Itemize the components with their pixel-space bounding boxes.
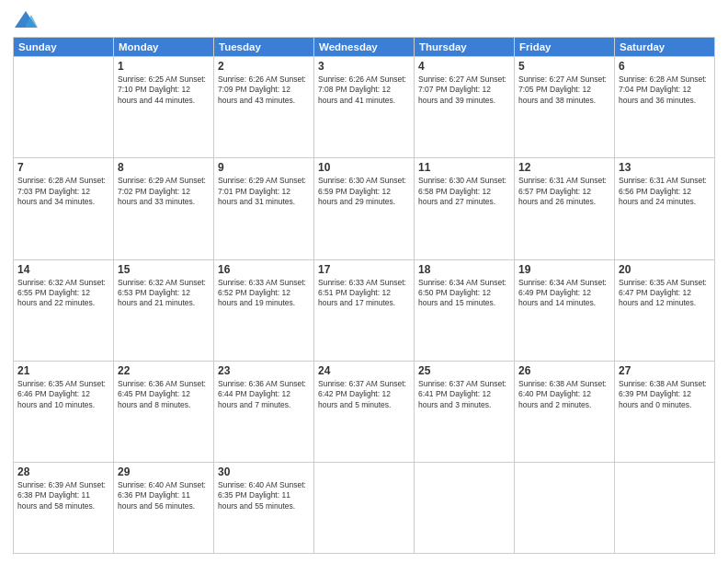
day-number: 8: [118, 161, 210, 174]
weekday-header-saturday: Saturday: [615, 38, 715, 57]
calendar-cell: 30Sunrise: 6:40 AM Sunset: 6:35 PM Dayli…: [214, 463, 314, 554]
day-info: Sunrise: 6:28 AM Sunset: 7:04 PM Dayligh…: [619, 75, 711, 106]
day-number: 2: [218, 60, 310, 73]
day-info: Sunrise: 6:28 AM Sunset: 7:03 PM Dayligh…: [17, 176, 109, 207]
day-number: 7: [17, 161, 109, 174]
day-number: 9: [218, 161, 310, 174]
day-info: Sunrise: 6:38 AM Sunset: 6:39 PM Dayligh…: [619, 379, 711, 410]
calendar-cell: 16Sunrise: 6:33 AM Sunset: 6:52 PM Dayli…: [214, 259, 314, 361]
day-number: 26: [518, 364, 610, 377]
calendar-cell: [615, 463, 715, 554]
calendar-cell: 8Sunrise: 6:29 AM Sunset: 7:02 PM Daylig…: [114, 158, 214, 259]
weekday-header-wednesday: Wednesday: [314, 38, 415, 57]
day-info: Sunrise: 6:32 AM Sunset: 6:53 PM Dayligh…: [118, 278, 210, 309]
day-info: Sunrise: 6:26 AM Sunset: 7:09 PM Dayligh…: [218, 75, 310, 106]
day-number: 24: [318, 364, 410, 377]
calendar-cell: 1Sunrise: 6:25 AM Sunset: 7:10 PM Daylig…: [114, 57, 214, 158]
day-number: 3: [318, 60, 410, 73]
weekday-header-monday: Monday: [114, 38, 214, 57]
day-number: 14: [17, 263, 109, 276]
calendar-cell: 22Sunrise: 6:36 AM Sunset: 6:45 PM Dayli…: [114, 361, 214, 462]
day-info: Sunrise: 6:36 AM Sunset: 6:45 PM Dayligh…: [118, 379, 210, 410]
calendar-cell: [14, 57, 114, 158]
day-info: Sunrise: 6:27 AM Sunset: 7:07 PM Dayligh…: [418, 75, 510, 106]
calendar-cell: 2Sunrise: 6:26 AM Sunset: 7:09 PM Daylig…: [214, 57, 314, 158]
day-info: Sunrise: 6:25 AM Sunset: 7:10 PM Dayligh…: [118, 75, 210, 106]
weekday-header-friday: Friday: [515, 38, 615, 57]
day-number: 27: [619, 364, 711, 377]
calendar-cell: [415, 463, 515, 554]
day-number: 16: [218, 263, 310, 276]
day-info: Sunrise: 6:29 AM Sunset: 7:01 PM Dayligh…: [218, 176, 310, 207]
day-number: 25: [418, 364, 510, 377]
calendar-cell: 23Sunrise: 6:36 AM Sunset: 6:44 PM Dayli…: [214, 361, 314, 462]
calendar-cell: 5Sunrise: 6:27 AM Sunset: 7:05 PM Daylig…: [515, 57, 615, 158]
calendar-cell: 6Sunrise: 6:28 AM Sunset: 7:04 PM Daylig…: [615, 57, 715, 158]
day-number: 15: [118, 263, 210, 276]
day-number: 6: [619, 60, 711, 73]
calendar-cell: 12Sunrise: 6:31 AM Sunset: 6:57 PM Dayli…: [515, 158, 615, 259]
day-info: Sunrise: 6:37 AM Sunset: 6:41 PM Dayligh…: [418, 379, 510, 410]
calendar-cell: 10Sunrise: 6:30 AM Sunset: 6:59 PM Dayli…: [314, 158, 415, 259]
day-info: Sunrise: 6:34 AM Sunset: 6:49 PM Dayligh…: [518, 278, 610, 309]
logo-icon: [13, 9, 39, 29]
calendar-cell: 7Sunrise: 6:28 AM Sunset: 7:03 PM Daylig…: [14, 158, 114, 259]
calendar-cell: 28Sunrise: 6:39 AM Sunset: 6:38 PM Dayli…: [14, 463, 114, 554]
day-number: 30: [218, 465, 310, 478]
weekday-header-tuesday: Tuesday: [214, 38, 314, 57]
day-info: Sunrise: 6:36 AM Sunset: 6:44 PM Dayligh…: [218, 379, 310, 410]
day-number: 4: [418, 60, 510, 73]
day-info: Sunrise: 6:33 AM Sunset: 6:52 PM Dayligh…: [218, 278, 310, 309]
week-row-3: 14Sunrise: 6:32 AM Sunset: 6:55 PM Dayli…: [14, 259, 715, 361]
calendar-cell: 29Sunrise: 6:40 AM Sunset: 6:36 PM Dayli…: [114, 463, 214, 554]
day-number: 22: [118, 364, 210, 377]
calendar-cell: 15Sunrise: 6:32 AM Sunset: 6:53 PM Dayli…: [114, 259, 214, 361]
day-number: 28: [17, 465, 109, 478]
day-number: 5: [518, 60, 610, 73]
day-info: Sunrise: 6:40 AM Sunset: 6:35 PM Dayligh…: [218, 480, 310, 511]
day-info: Sunrise: 6:26 AM Sunset: 7:08 PM Dayligh…: [318, 75, 410, 106]
day-info: Sunrise: 6:38 AM Sunset: 6:40 PM Dayligh…: [518, 379, 610, 410]
day-number: 17: [318, 263, 410, 276]
calendar-cell: 21Sunrise: 6:35 AM Sunset: 6:46 PM Dayli…: [14, 361, 114, 462]
day-number: 10: [318, 161, 410, 174]
calendar-cell: 27Sunrise: 6:38 AM Sunset: 6:39 PM Dayli…: [615, 361, 715, 462]
calendar-cell: 4Sunrise: 6:27 AM Sunset: 7:07 PM Daylig…: [415, 57, 515, 158]
calendar-cell: 17Sunrise: 6:33 AM Sunset: 6:51 PM Dayli…: [314, 259, 415, 361]
week-row-1: 1Sunrise: 6:25 AM Sunset: 7:10 PM Daylig…: [14, 57, 715, 158]
day-info: Sunrise: 6:30 AM Sunset: 6:58 PM Dayligh…: [418, 176, 510, 207]
calendar-cell: 18Sunrise: 6:34 AM Sunset: 6:50 PM Dayli…: [415, 259, 515, 361]
calendar-cell: [515, 463, 615, 554]
day-number: 11: [418, 161, 510, 174]
day-info: Sunrise: 6:33 AM Sunset: 6:51 PM Dayligh…: [318, 278, 410, 309]
week-row-2: 7Sunrise: 6:28 AM Sunset: 7:03 PM Daylig…: [14, 158, 715, 259]
day-number: 23: [218, 364, 310, 377]
calendar: SundayMondayTuesdayWednesdayThursdayFrid…: [13, 37, 715, 554]
day-info: Sunrise: 6:37 AM Sunset: 6:42 PM Dayligh…: [318, 379, 410, 410]
day-number: 12: [518, 161, 610, 174]
day-number: 13: [619, 161, 711, 174]
day-number: 1: [118, 60, 210, 73]
day-info: Sunrise: 6:35 AM Sunset: 6:46 PM Dayligh…: [17, 379, 109, 410]
weekday-header-sunday: Sunday: [14, 38, 114, 57]
day-info: Sunrise: 6:27 AM Sunset: 7:05 PM Dayligh…: [518, 75, 610, 106]
weekday-header-thursday: Thursday: [415, 38, 515, 57]
calendar-cell: 26Sunrise: 6:38 AM Sunset: 6:40 PM Dayli…: [515, 361, 615, 462]
day-number: 21: [17, 364, 109, 377]
day-info: Sunrise: 6:39 AM Sunset: 6:38 PM Dayligh…: [17, 480, 109, 511]
day-info: Sunrise: 6:32 AM Sunset: 6:55 PM Dayligh…: [17, 278, 109, 309]
weekday-header-row: SundayMondayTuesdayWednesdayThursdayFrid…: [14, 38, 715, 57]
day-info: Sunrise: 6:31 AM Sunset: 6:56 PM Dayligh…: [619, 176, 711, 207]
calendar-cell: 11Sunrise: 6:30 AM Sunset: 6:58 PM Dayli…: [415, 158, 515, 259]
calendar-cell: 14Sunrise: 6:32 AM Sunset: 6:55 PM Dayli…: [14, 259, 114, 361]
calendar-cell: 13Sunrise: 6:31 AM Sunset: 6:56 PM Dayli…: [615, 158, 715, 259]
day-number: 19: [518, 263, 610, 276]
calendar-cell: [314, 463, 415, 554]
calendar-cell: 19Sunrise: 6:34 AM Sunset: 6:49 PM Dayli…: [515, 259, 615, 361]
week-row-5: 28Sunrise: 6:39 AM Sunset: 6:38 PM Dayli…: [14, 463, 715, 554]
day-info: Sunrise: 6:34 AM Sunset: 6:50 PM Dayligh…: [418, 278, 510, 309]
day-info: Sunrise: 6:31 AM Sunset: 6:57 PM Dayligh…: [518, 176, 610, 207]
day-info: Sunrise: 6:29 AM Sunset: 7:02 PM Dayligh…: [118, 176, 210, 207]
calendar-cell: 9Sunrise: 6:29 AM Sunset: 7:01 PM Daylig…: [214, 158, 314, 259]
logo: [13, 9, 42, 29]
